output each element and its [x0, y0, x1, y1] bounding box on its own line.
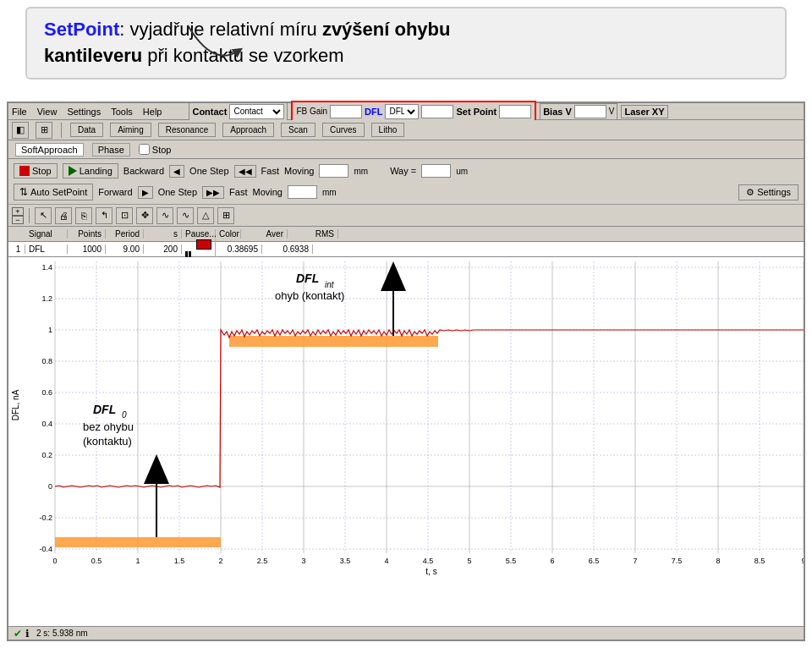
fb-gain-input[interactable]: 0.350	[330, 105, 362, 118]
settings-button[interactable]: ⚙ Settings	[738, 184, 798, 200]
forward-label: Forward	[98, 187, 132, 197]
setpoint-label: Set Point	[456, 107, 497, 117]
bias-unit: V	[609, 107, 615, 116]
svg-text:0.8: 0.8	[41, 357, 52, 365]
svg-text:1: 1	[135, 557, 140, 565]
annotation-line2-rest: při kontaktu se vzorkem	[142, 45, 343, 66]
tab-resonance[interactable]: Resonance	[158, 123, 217, 137]
stop-button[interactable]: Stop	[14, 163, 58, 178]
svg-text:-0.4: -0.4	[39, 545, 52, 553]
settings-icon: ⚙	[746, 187, 754, 198]
backward-prev-btn[interactable]: ◀	[169, 165, 184, 178]
zoom-minus[interactable]: −	[12, 216, 24, 224]
ico-wave2[interactable]: ∿	[177, 207, 194, 224]
menu-tools[interactable]: Tools	[111, 107, 133, 117]
row-points: 1000	[68, 244, 106, 254]
stop-icon	[19, 166, 30, 176]
laser-group: Laser XY	[621, 105, 667, 118]
forward-next-btn[interactable]: ▶	[138, 186, 153, 199]
row-period: 9.00	[106, 244, 144, 254]
svg-text:1: 1	[48, 326, 52, 334]
ico-print[interactable]: 🖨	[55, 207, 72, 224]
grid-lines	[55, 267, 804, 549]
software-window: File View Settings Tools Help Contact Co…	[7, 102, 805, 641]
ico-grid[interactable]: ⊞	[217, 207, 234, 224]
icon-toolbar: + − ↖ 🖨 ⎘ ↰ ⊡ ✥ ∿ ∿ △ ⊞	[8, 205, 804, 227]
tab-curves[interactable]: Curves	[322, 123, 365, 137]
contact-select[interactable]: Contact	[229, 104, 284, 119]
zoom-plusminus: + −	[12, 207, 24, 224]
bias-group: Bias V 0.000 V	[540, 103, 617, 120]
tb-icon-2[interactable]: ⊞	[36, 122, 52, 139]
fast-prev-btn[interactable]: ◀◀	[234, 165, 256, 178]
zoom-plus[interactable]: +	[12, 207, 24, 216]
way-value[interactable]: 0.0	[421, 164, 451, 178]
landing-label: Landing	[80, 166, 112, 176]
ico-copy[interactable]: ⎘	[75, 207, 92, 224]
ico-zoom-box[interactable]: ⊡	[116, 207, 133, 224]
orange-bar-bottom	[55, 537, 221, 547]
dfl-value-input[interactable]: 0.945	[421, 105, 453, 118]
ico-wave1[interactable]: ∿	[156, 207, 173, 224]
stop-checkbox[interactable]	[139, 144, 150, 155]
menu-view[interactable]: View	[37, 107, 58, 117]
tab-approach[interactable]: Approach	[222, 123, 274, 137]
svg-text:6.5: 6.5	[589, 557, 600, 565]
signal-color-box	[196, 239, 211, 250]
bias-input[interactable]: 0.000	[574, 105, 606, 118]
ico-cursor[interactable]: ↰	[96, 207, 112, 224]
setpoint-title: SetPoint	[44, 19, 119, 40]
auto-setpoint-icon: ⇅	[19, 186, 28, 198]
svg-text:7: 7	[633, 557, 637, 565]
col-aver: Aver	[241, 229, 288, 239]
tb-icon-1[interactable]: ◧	[12, 122, 29, 139]
signal-line	[55, 330, 804, 487]
ico-pan[interactable]: ✥	[136, 207, 153, 224]
stop-label: Stop	[152, 145, 172, 155]
ico-triangle[interactable]: △	[197, 207, 214, 224]
tab-litho[interactable]: Litho	[371, 123, 405, 137]
svg-text:1.2: 1.2	[41, 294, 52, 303]
annotation-title-rest: : vyjadřuje relativní míru	[119, 19, 322, 40]
way-label: Way =	[390, 166, 416, 176]
svg-text:0.2: 0.2	[41, 451, 52, 459]
landing-button[interactable]: Landing	[63, 163, 118, 178]
menu-file[interactable]: File	[12, 107, 27, 117]
signal-row: 1 DFL 1000 9.00 200 0.38695 0.6938	[8, 242, 804, 257]
row-rms: 0.6938	[262, 244, 313, 254]
fast-next-btn[interactable]: ▶▶	[202, 186, 224, 199]
setpoint-input[interactable]: 1.000	[499, 105, 531, 118]
svg-text:4.5: 4.5	[423, 557, 434, 565]
moving-value2[interactable]: 0.35	[288, 185, 317, 199]
dfl-int-arrow	[381, 261, 406, 291]
stop-checkbox-label: Stop	[139, 144, 172, 155]
col-signal: Signal	[25, 229, 68, 239]
tab-phase[interactable]: Phase	[92, 143, 130, 157]
sep1	[61, 123, 62, 138]
xy-label: XY	[652, 107, 665, 117]
tab-scan[interactable]: Scan	[281, 123, 315, 137]
fb-gain-label: FB Gain	[296, 107, 327, 116]
svg-text:0.6: 0.6	[41, 388, 52, 397]
row-color-swatch	[182, 239, 216, 260]
col-points: Points	[68, 229, 106, 239]
tab-aiming[interactable]: Aiming	[110, 123, 151, 137]
menu-help[interactable]: Help	[143, 107, 162, 117]
one-step-label2: One Step	[158, 187, 197, 197]
one-step-label: One Step	[189, 166, 228, 176]
controls-row: Stop Landing Backward ◀ One Step ◀◀ Fast…	[8, 159, 804, 205]
moving-value[interactable]: 0.35	[319, 164, 348, 178]
dfl-0-bez-text: bez ohybu	[83, 420, 134, 433]
fast-label: Fast	[261, 166, 279, 176]
moving-label: Moving	[284, 166, 314, 176]
svg-text:9: 9	[801, 557, 804, 565]
menu-settings[interactable]: Settings	[67, 107, 101, 117]
dfl-select[interactable]: DFL	[385, 104, 419, 119]
landing-icon	[69, 166, 77, 176]
tab-data[interactable]: Data	[70, 123, 103, 137]
menu-bar: File View Settings Tools Help Contact Co…	[8, 103, 804, 120]
auto-setpoint-button[interactable]: ⇅ Auto SetPoint	[14, 184, 93, 200]
x-tick-labels: 0 0.5 1 1.5 2 2.5 3 3.5 4 4.5 5 5.5 6 6.…	[52, 557, 804, 576]
ico-arrow[interactable]: ↖	[35, 207, 52, 224]
tab-softapproach[interactable]: SoftApproach	[15, 143, 84, 157]
